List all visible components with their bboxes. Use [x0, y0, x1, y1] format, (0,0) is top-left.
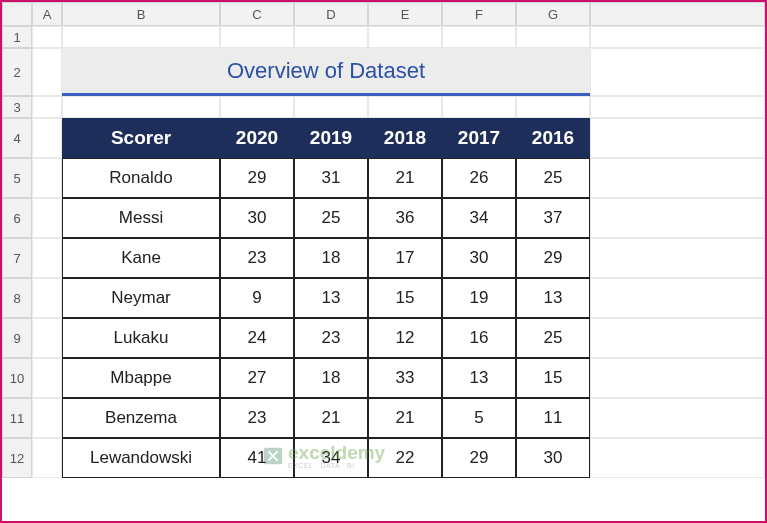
cell-bg[interactable]	[590, 158, 765, 198]
cell-bg[interactable]	[516, 26, 590, 48]
table-header-2: 2019	[294, 118, 368, 158]
table-row-value: 41	[220, 438, 294, 478]
table-row-value: 19	[442, 278, 516, 318]
cell-bg[interactable]	[32, 198, 62, 238]
cell-bg[interactable]	[62, 26, 220, 48]
table-row-value: 21	[294, 398, 368, 438]
table-row-value: 33	[368, 358, 442, 398]
table-row-value: 21	[368, 158, 442, 198]
cell-bg[interactable]	[32, 48, 62, 96]
table-row-value: 13	[442, 358, 516, 398]
table-row-value: 26	[442, 158, 516, 198]
row-header-8[interactable]: 8	[2, 278, 32, 318]
cell-bg[interactable]	[590, 48, 765, 96]
table-row-value: 5	[442, 398, 516, 438]
table-row-value: 25	[516, 318, 590, 358]
cell-bg[interactable]	[32, 358, 62, 398]
table-row-value: 18	[294, 358, 368, 398]
cell-bg[interactable]	[62, 96, 220, 118]
table-row-value: 13	[516, 278, 590, 318]
table-row-value: 15	[516, 358, 590, 398]
row-header-6[interactable]: 6	[2, 198, 32, 238]
table-row-value: 24	[220, 318, 294, 358]
cell-bg[interactable]	[590, 198, 765, 238]
row-header-1[interactable]: 1	[2, 26, 32, 48]
row-header-9[interactable]: 9	[2, 318, 32, 358]
cell-bg[interactable]	[368, 96, 442, 118]
cell-bg[interactable]	[32, 398, 62, 438]
cell-bg[interactable]	[32, 96, 62, 118]
cell-bg[interactable]	[368, 26, 442, 48]
table-row-value: 15	[368, 278, 442, 318]
cell-bg[interactable]	[590, 398, 765, 438]
row-header-7[interactable]: 7	[2, 238, 32, 278]
table-row-value: 29	[442, 438, 516, 478]
cell-bg[interactable]	[32, 238, 62, 278]
row-header-5[interactable]: 5	[2, 158, 32, 198]
row-header-3[interactable]: 3	[2, 96, 32, 118]
row-header-4[interactable]: 4	[2, 118, 32, 158]
table-row-value: 29	[516, 238, 590, 278]
table-row-value: 22	[368, 438, 442, 478]
cell-bg[interactable]	[590, 96, 765, 118]
cell-bg[interactable]	[590, 358, 765, 398]
table-row-value: 27	[220, 358, 294, 398]
cell-bg[interactable]	[220, 96, 294, 118]
cell-bg[interactable]	[590, 118, 765, 158]
column-header-D[interactable]: D	[294, 2, 368, 26]
column-header-G[interactable]: G	[516, 2, 590, 26]
table-row-value: 29	[220, 158, 294, 198]
column-header-undefined[interactable]	[590, 2, 765, 26]
table-header-5: 2016	[516, 118, 590, 158]
column-header-A[interactable]: A	[32, 2, 62, 26]
cell-bg[interactable]	[590, 238, 765, 278]
cell-bg[interactable]	[32, 118, 62, 158]
table-row-value: 30	[442, 238, 516, 278]
table-row-value: 31	[294, 158, 368, 198]
cell-bg[interactable]	[32, 438, 62, 478]
table-row-value: 23	[220, 398, 294, 438]
table-row-value: 34	[442, 198, 516, 238]
cell-bg[interactable]	[590, 318, 765, 358]
table-row-value: 25	[294, 198, 368, 238]
table-row-value: 34	[294, 438, 368, 478]
column-header-F[interactable]: F	[442, 2, 516, 26]
cell-bg[interactable]	[590, 278, 765, 318]
table-row-value: 23	[220, 238, 294, 278]
cell-bg[interactable]	[32, 278, 62, 318]
table-row-value: 30	[516, 438, 590, 478]
row-header-2[interactable]: 2	[2, 48, 32, 96]
cell-bg[interactable]	[294, 96, 368, 118]
select-all-corner[interactable]	[2, 2, 32, 26]
table-row-value: 30	[220, 198, 294, 238]
cell-bg[interactable]	[516, 96, 590, 118]
table-row-value: 18	[294, 238, 368, 278]
table-row-name: Lewandowski	[62, 438, 220, 478]
page-title: Overview of Dataset	[62, 48, 590, 96]
table-header-0: Scorer	[62, 118, 220, 158]
row-header-12[interactable]: 12	[2, 438, 32, 478]
table-row-name: Messi	[62, 198, 220, 238]
table-row-name: Mbappe	[62, 358, 220, 398]
table-header-1: 2020	[220, 118, 294, 158]
column-header-B[interactable]: B	[62, 2, 220, 26]
cell-bg[interactable]	[220, 26, 294, 48]
table-header-3: 2018	[368, 118, 442, 158]
cell-bg[interactable]	[294, 26, 368, 48]
row-header-11[interactable]: 11	[2, 398, 32, 438]
column-header-C[interactable]: C	[220, 2, 294, 26]
row-header-10[interactable]: 10	[2, 358, 32, 398]
table-row-value: 13	[294, 278, 368, 318]
table-row-value: 11	[516, 398, 590, 438]
table-row-name: Kane	[62, 238, 220, 278]
table-row-value: 23	[294, 318, 368, 358]
table-row-value: 37	[516, 198, 590, 238]
cell-bg[interactable]	[32, 158, 62, 198]
cell-bg[interactable]	[442, 26, 516, 48]
column-header-E[interactable]: E	[368, 2, 442, 26]
cell-bg[interactable]	[590, 26, 765, 48]
cell-bg[interactable]	[590, 438, 765, 478]
cell-bg[interactable]	[32, 26, 62, 48]
cell-bg[interactable]	[32, 318, 62, 358]
cell-bg[interactable]	[442, 96, 516, 118]
